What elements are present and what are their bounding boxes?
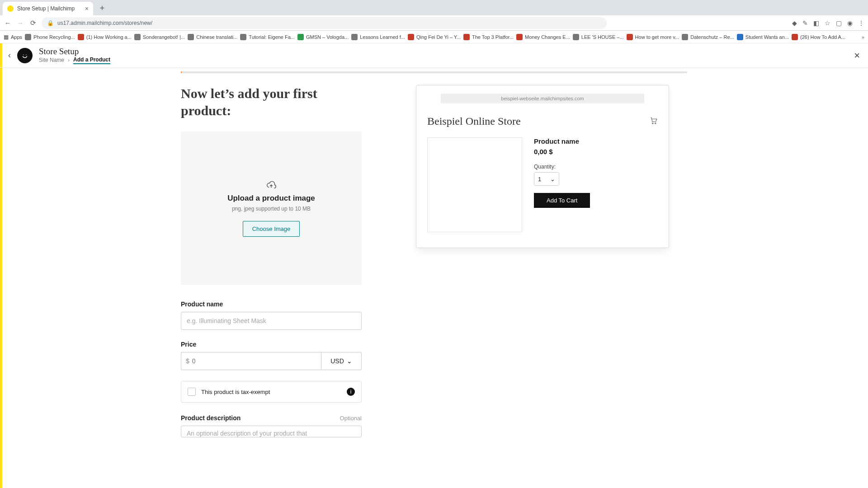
browser-tab[interactable]: Store Setup | Mailchimp × [3, 2, 93, 15]
bookmark-item[interactable]: The Top 3 Platfor... [463, 34, 514, 40]
breadcrumb-item-active: Add a Product [73, 57, 110, 65]
info-icon[interactable]: i [347, 388, 355, 396]
currency-symbol: $ [186, 357, 189, 365]
currency-select[interactable]: USD ⌄ [321, 352, 362, 370]
bookmark-item[interactable]: Sonderangebot! |... [134, 34, 185, 40]
extension-icon[interactable]: ◆ [792, 19, 797, 27]
preview-price: 0,00 $ [534, 148, 658, 155]
url-text: us17.admin.mailchimp.com/stores/new/ [57, 20, 152, 26]
preview-add-to-cart-button: Add To Cart [534, 193, 590, 208]
preview-card: beispiel-webseite.mailchimpsites.com Bei… [416, 85, 669, 248]
breadcrumb-item[interactable]: Site Name [39, 57, 64, 64]
upload-title: Upload a product image [227, 194, 315, 203]
bookmark-item[interactable]: How to get more v... [627, 34, 679, 40]
extension-icon[interactable]: ✎ [802, 19, 808, 27]
preview-product-name: Product name [534, 137, 658, 145]
svg-point-0 [20, 51, 29, 60]
chevron-down-icon: ⌄ [550, 176, 555, 183]
browser-toolbar: ← → ⟳ 🔒 us17.admin.mailchimp.com/stores/… [0, 15, 868, 31]
price-label: Price [181, 341, 362, 348]
bookmarks-overflow-icon[interactable]: » [862, 34, 864, 40]
description-textarea[interactable]: An optional description of your product … [181, 426, 362, 437]
preview-url-pill: beispiel-webseite.mailchimpsites.com [441, 94, 644, 103]
optional-label: Optional [340, 415, 362, 422]
preview-qty-label: Quantity: [534, 164, 658, 170]
cart-icon [650, 117, 658, 126]
header-title: Store Setup [39, 47, 110, 56]
close-icon[interactable]: × [854, 50, 860, 61]
bookmark-item[interactable]: Datenschutz – Re... [682, 34, 734, 40]
favicon-icon [7, 5, 14, 12]
browser-chrome: Store Setup | Mailchimp × + ← → ⟳ 🔒 us17… [0, 0, 868, 43]
apps-button[interactable]: ▦Apps [4, 34, 22, 40]
page-heading: Now let’s add your first product: [181, 85, 362, 119]
currency-value: USD [330, 357, 344, 365]
menu-icon[interactable]: ⋮ [858, 19, 864, 27]
lock-icon: 🔒 [47, 20, 54, 26]
extension-icon[interactable]: ▢ [836, 19, 842, 27]
price-input[interactable] [192, 357, 316, 365]
bookmarks-bar: ▦Apps Phone Recycling... (1) How Working… [0, 31, 868, 43]
app-header: ‹ Store Setup Site Name › Add a Product … [0, 43, 868, 68]
preview-image-placeholder [427, 137, 522, 232]
chevron-right-icon: › [68, 57, 70, 64]
bookmark-item[interactable]: LEE 'S HOUSE –... [573, 34, 624, 40]
new-tab-button[interactable]: + [96, 2, 108, 14]
product-name-input[interactable] [181, 312, 362, 330]
tax-exempt-label: This product is tax-exempt [201, 389, 270, 395]
bookmark-item[interactable]: Tutorial: Eigene Fa... [240, 34, 295, 40]
star-icon[interactable]: ☆ [825, 19, 830, 27]
upload-cloud-icon [266, 180, 276, 191]
svg-point-1 [652, 123, 653, 124]
chevron-down-icon: ⌄ [347, 357, 352, 365]
breadcrumb: Site Name › Add a Product [39, 57, 110, 65]
choose-image-button[interactable]: Choose Image [243, 221, 300, 237]
profile-icon[interactable]: ◉ [847, 19, 853, 27]
svg-point-2 [655, 123, 656, 124]
upload-subtitle: png, jpeg supported up to 10 MB [232, 206, 311, 212]
back-button[interactable]: ‹ [8, 51, 11, 60]
reload-icon[interactable]: ⟳ [29, 19, 37, 27]
bookmark-item[interactable]: Lessons Learned f... [351, 34, 405, 40]
progress-bar [181, 71, 687, 73]
description-label: Product description [181, 414, 241, 422]
preview-store-title: Beispiel Online Store [427, 115, 521, 127]
upload-dropzone[interactable]: Upload a product image png, jpeg support… [181, 131, 362, 285]
bookmark-item[interactable]: (26) How To Add A... [792, 34, 845, 40]
bookmark-item[interactable]: Student Wants an... [737, 34, 789, 40]
bookmark-item[interactable]: GMSN – Vologda... [297, 34, 349, 40]
tax-exempt-checkbox[interactable] [188, 388, 196, 396]
mailchimp-logo-icon[interactable] [17, 48, 33, 63]
price-input-wrap[interactable]: $ [181, 352, 321, 370]
bookmark-item[interactable]: (1) How Working a... [78, 34, 132, 40]
bookmark-item[interactable]: Chinese translati... [188, 34, 237, 40]
address-bar[interactable]: 🔒 us17.admin.mailchimp.com/stores/new/ [42, 17, 607, 29]
tax-exempt-row: This product is tax-exempt i [181, 381, 362, 403]
tab-strip: Store Setup | Mailchimp × + [0, 0, 868, 15]
tab-title: Store Setup | Mailchimp [17, 5, 75, 12]
bookmark-item[interactable]: Qing Fei De Yi – Y... [408, 34, 461, 40]
bookmark-item[interactable]: Phone Recycling... [25, 34, 75, 40]
tab-close-icon[interactable]: × [85, 5, 89, 12]
back-icon[interactable]: ← [4, 19, 12, 27]
forward-icon[interactable]: → [16, 19, 24, 27]
extension-icon[interactable]: ◧ [813, 19, 819, 27]
product-name-label: Product name [181, 300, 362, 308]
bookmark-item[interactable]: Money Changes E... [516, 34, 570, 40]
preview-qty-select: 1 ⌄ [534, 172, 559, 186]
